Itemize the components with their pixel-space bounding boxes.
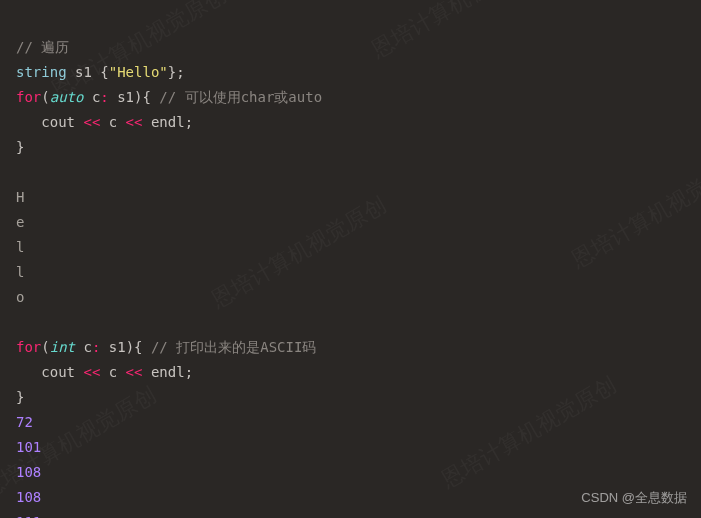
string-literal: "Hello" — [109, 64, 168, 80]
paren: ( — [41, 339, 49, 355]
cout: cout — [41, 364, 83, 380]
cout: cout — [41, 114, 83, 130]
paren: ( — [41, 89, 49, 105]
type-int: int — [50, 339, 75, 355]
var-s1-iter: s1 — [100, 339, 125, 355]
var-s1: s1 — [75, 64, 92, 80]
output-num: 72 — [16, 414, 33, 430]
type-auto: auto — [50, 89, 84, 105]
var-c: c — [83, 89, 100, 105]
keyword-for: for — [16, 89, 41, 105]
keyword-for: for — [16, 339, 41, 355]
output-num: 111 — [16, 514, 41, 518]
comment-inline: // 可以使用char或auto — [159, 89, 322, 105]
brace-close: }; — [168, 64, 185, 80]
paren-close-brace: ){ — [126, 339, 143, 355]
output-char: e — [16, 214, 24, 230]
output-num: 101 — [16, 439, 41, 455]
code-block: // 遍历 string s1 {"Hello"}; for(auto c: s… — [0, 0, 701, 518]
output-char: l — [16, 239, 24, 255]
paren-close-brace: ){ — [134, 89, 151, 105]
op-stream: << — [83, 114, 100, 130]
brace-close: } — [16, 139, 24, 155]
comment-inline: // 打印出来的是ASCII码 — [151, 339, 316, 355]
output-num: 108 — [16, 489, 41, 505]
attribution: CSDN @全息数据 — [581, 485, 687, 510]
var-c: c — [75, 339, 92, 355]
semicolon: ; — [185, 364, 193, 380]
endl: endl — [142, 114, 184, 130]
comment-line: // 遍历 — [16, 39, 69, 55]
op-stream: << — [126, 114, 143, 130]
brace-open: { — [100, 64, 108, 80]
var-s1-iter: s1 — [109, 89, 134, 105]
colon: : — [100, 89, 108, 105]
op-stream: << — [83, 364, 100, 380]
type-string: string — [16, 64, 67, 80]
var-c-use: c — [100, 364, 125, 380]
op-stream: << — [126, 364, 143, 380]
output-char: H — [16, 189, 24, 205]
output-char: o — [16, 289, 24, 305]
output-num: 108 — [16, 464, 41, 480]
brace-close: } — [16, 389, 24, 405]
indent — [16, 114, 41, 130]
indent — [16, 364, 41, 380]
output-char: l — [16, 264, 24, 280]
semicolon: ; — [185, 114, 193, 130]
var-c-use: c — [100, 114, 125, 130]
endl: endl — [142, 364, 184, 380]
